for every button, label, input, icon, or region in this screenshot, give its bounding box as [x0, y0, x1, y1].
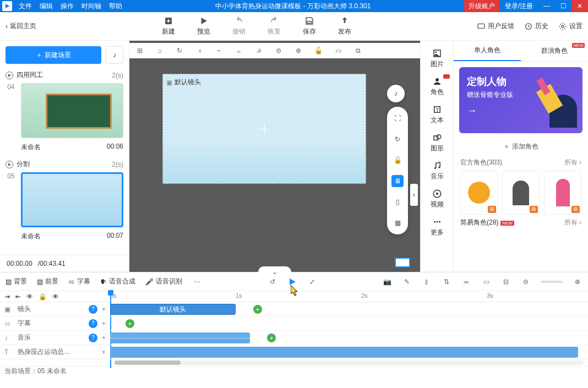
- canvas[interactable]: ⊞ ⌂ ↻ ⫞ ⫟ ⫠ ⫡ ⊖ ⊕ 🔓 ▭ ⧉ ▣ 默认镜头 ♪ ⛶ ↻ 🔓 🖥…: [129, 41, 420, 272]
- help-icon[interactable]: ?: [89, 334, 97, 342]
- tab-group-role[interactable]: 群演角色NEW: [521, 41, 588, 61]
- redo-button[interactable]: 恢复: [268, 16, 281, 36]
- zoom-in-icon[interactable]: ⊕: [573, 277, 582, 287]
- copy-icon[interactable]: ⧉: [353, 46, 363, 56]
- tab-tts[interactable]: 🗣语音合成: [100, 277, 135, 286]
- section-all-button[interactable]: 所有 ›: [564, 158, 581, 167]
- close-button[interactable]: ✕: [571, 0, 588, 12]
- login-button[interactable]: 登录/注册: [499, 2, 538, 11]
- scene-thumb-04[interactable]: [21, 83, 123, 138]
- role-card[interactable]: 商: [544, 171, 581, 215]
- publish-button[interactable]: 发布: [338, 16, 351, 36]
- add-track-icon[interactable]: +: [102, 348, 106, 356]
- rewind-icon[interactable]: ↺: [268, 277, 277, 287]
- track-text[interactable]: [110, 345, 588, 359]
- clip-camera[interactable]: 默认镜头: [110, 304, 236, 315]
- side-music[interactable]: 音乐: [421, 159, 453, 183]
- minimap[interactable]: [395, 258, 410, 267]
- track-subtitle[interactable]: +: [110, 316, 588, 330]
- menu-edit[interactable]: 编辑: [40, 2, 53, 11]
- camera-icon[interactable]: 📷: [382, 277, 392, 287]
- add-track-icon[interactable]: +: [102, 334, 106, 342]
- zoom-in-icon[interactable]: ⊕: [293, 46, 303, 56]
- add-clip-button[interactable]: +: [253, 305, 262, 314]
- layer-icon[interactable]: ▭: [333, 46, 343, 56]
- side-more[interactable]: 更多: [421, 215, 453, 239]
- upgrade-button[interactable]: 升级账户: [464, 0, 499, 12]
- frame-icon[interactable]: ▭: [481, 277, 491, 287]
- ruler-icon[interactable]: ⊞: [135, 46, 145, 56]
- role-card[interactable]: 商: [502, 171, 540, 215]
- tab-subtitle[interactable]: ㏄字幕: [68, 277, 90, 286]
- preview-button[interactable]: 预览: [197, 16, 210, 36]
- tab-background[interactable]: ▨背景: [6, 277, 27, 286]
- track-music[interactable]: +: [110, 331, 588, 345]
- expand-icon[interactable]: ⤢: [307, 277, 317, 287]
- history-button[interactable]: 历史: [524, 21, 548, 31]
- menu-file[interactable]: 文件: [19, 2, 32, 11]
- help-icon[interactable]: ?: [89, 305, 97, 314]
- back-home-button[interactable]: ‹ 返回主页: [6, 21, 36, 31]
- new-scene-button[interactable]: ＋新建场景: [6, 46, 101, 64]
- save-button[interactable]: 保存: [303, 16, 316, 36]
- side-text[interactable]: T文本: [421, 102, 453, 127]
- zoom-out-icon[interactable]: ⊖: [274, 46, 284, 56]
- add-track-icon[interactable]: +: [102, 305, 106, 313]
- visible-icon[interactable]: 👁: [52, 293, 59, 300]
- play-button[interactable]: [287, 277, 297, 287]
- tab-single-role[interactable]: 单人角色: [454, 41, 521, 61]
- section-all-button[interactable]: 所有 ›: [564, 218, 581, 227]
- h-scrollbar[interactable]: [115, 360, 584, 365]
- mobile-icon[interactable]: ▯: [391, 196, 404, 208]
- grid-icon[interactable]: ▦: [391, 217, 404, 229]
- menu-action[interactable]: 操作: [61, 2, 74, 11]
- unlock-icon[interactable]: 🔓: [391, 154, 404, 166]
- align-right-icon[interactable]: ⫠: [234, 46, 244, 56]
- collapse-bottom-button[interactable]: ⌄: [258, 266, 291, 277]
- zoom-out-icon[interactable]: ⊖: [521, 277, 531, 287]
- eye-icon[interactable]: 👁: [26, 293, 33, 300]
- menu-timeline[interactable]: 时间轴: [81, 2, 101, 11]
- align-top-icon[interactable]: ⫡: [254, 46, 264, 56]
- tab-asr[interactable]: 🎤语音识别: [145, 277, 182, 286]
- clip-music[interactable]: [110, 332, 250, 343]
- custom-role-banner[interactable]: 定制人物 赠送骨骼专业版 →: [459, 67, 582, 133]
- new-button[interactable]: 新建: [162, 16, 175, 36]
- import-icon[interactable]: ⇥: [4, 293, 10, 300]
- undo-button[interactable]: 撤销: [232, 16, 246, 36]
- add-track-icon[interactable]: +: [102, 320, 106, 327]
- add-role-button[interactable]: ＋ 添加角色: [454, 139, 588, 155]
- sort-icon[interactable]: ⇅: [442, 277, 451, 287]
- time-ruler[interactable]: 0s 1s 2s 3s: [110, 291, 588, 302]
- lock-icon[interactable]: 🔓: [313, 46, 323, 56]
- scene-thumb-05[interactable]: [21, 172, 123, 227]
- fullscreen-icon[interactable]: ⛶: [391, 112, 404, 124]
- feedback-button[interactable]: 用户反馈: [477, 21, 514, 31]
- add-clip-button[interactable]: +: [267, 334, 276, 342]
- maximize-button[interactable]: ☐: [555, 0, 571, 12]
- menu-help[interactable]: 帮助: [109, 2, 122, 11]
- lock-icon[interactable]: 🔒: [39, 293, 47, 300]
- stage[interactable]: ▣ 默认镜头: [162, 74, 366, 184]
- collapse-right-button[interactable]: ›: [410, 184, 418, 206]
- minimize-button[interactable]: —: [538, 0, 555, 12]
- zoom-slider[interactable]: [541, 281, 563, 283]
- split-icon[interactable]: ⊟: [501, 277, 511, 287]
- more-icon[interactable]: ⋯: [192, 277, 202, 287]
- help-icon[interactable]: ?: [89, 319, 97, 328]
- side-image[interactable]: 图片: [421, 46, 453, 71]
- play-icon[interactable]: [6, 72, 13, 79]
- filter-icon[interactable]: ⫿: [422, 277, 432, 287]
- side-role[interactable]: 角色: [421, 74, 453, 99]
- scroll-thumb[interactable]: [115, 360, 181, 365]
- rotate-icon[interactable]: ↻: [175, 46, 184, 56]
- link-icon[interactable]: ⫘: [461, 277, 471, 287]
- side-shape[interactable]: 图形: [421, 130, 453, 155]
- clip-text[interactable]: [110, 347, 578, 358]
- align-left-icon[interactable]: ⫞: [194, 46, 204, 56]
- play-icon[interactable]: [6, 161, 13, 168]
- track-camera[interactable]: 默认镜头+: [110, 302, 588, 316]
- export-icon[interactable]: ⇤: [15, 293, 21, 300]
- add-clip-button[interactable]: +: [126, 319, 134, 328]
- role-card[interactable]: 商: [460, 171, 498, 215]
